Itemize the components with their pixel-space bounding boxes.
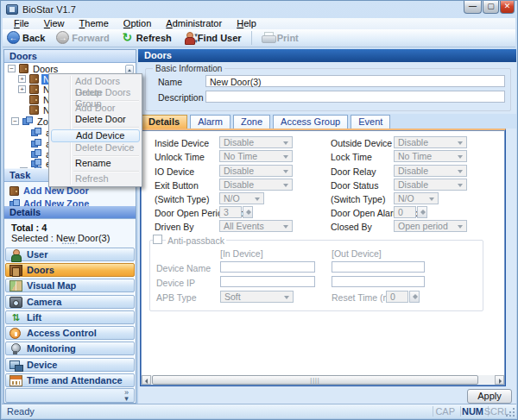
maximize-button[interactable]: ▢ — [483, 1, 499, 14]
door-icon — [29, 105, 39, 115]
device-ip-out-input[interactable] — [332, 276, 425, 287]
menu-separator — [73, 171, 139, 172]
menu-file[interactable]: File — [8, 18, 35, 29]
door-icon — [9, 186, 19, 196]
driven-by-select[interactable]: All Events — [219, 220, 293, 232]
anti-passback-group — [149, 240, 483, 311]
minimize-button[interactable]: — — [464, 1, 482, 14]
context-menu: Add Doors Group Delete Doors Group Add D… — [48, 73, 142, 187]
scroll-right-icon[interactable] — [495, 375, 504, 385]
expand-icon[interactable] — [18, 85, 26, 93]
spinner-arrows-icon[interactable] — [417, 206, 427, 218]
description-label: Description — [158, 92, 204, 103]
nav-user[interactable]: User — [5, 248, 135, 261]
toolbar-separator — [251, 31, 252, 45]
nav-device[interactable]: Device — [5, 358, 135, 372]
nav-overflow-bar[interactable]: »▾ — [5, 388, 135, 403]
menu-rename[interactable]: Rename — [51, 158, 140, 169]
expand-icon[interactable] — [18, 75, 26, 83]
close-button[interactable]: ✕ — [500, 1, 515, 14]
door-status-label: Door Status — [331, 180, 378, 191]
monitoring-icon — [9, 343, 22, 354]
details-tab-content: Inside Device Disable Unlock Time No Tim… — [140, 129, 506, 386]
device-ip-in-input[interactable] — [220, 276, 315, 287]
outside-device-label: Outside Device — [331, 138, 392, 148]
back-icon: ← — [7, 31, 20, 44]
switch-type-left-select[interactable]: N/O — [219, 192, 264, 204]
in-device-header: [In Device] — [220, 248, 263, 259]
switch-type-right-select[interactable]: N/O — [394, 192, 439, 204]
menu-administrator[interactable]: Administrator — [160, 18, 228, 29]
door-relay-select[interactable]: Disable — [394, 165, 467, 177]
door-status-select[interactable]: Disable — [394, 179, 467, 191]
inside-device-label: Inside Device — [155, 138, 209, 148]
tab-zone[interactable]: Zone — [233, 115, 270, 129]
panel-splitter[interactable]: •••••• — [4, 241, 136, 246]
device-name-in-input[interactable] — [220, 261, 315, 273]
menu-add-device[interactable]: Add Device — [51, 129, 140, 142]
toolbar-overflow-icon[interactable]: ▾▾ — [192, 32, 200, 45]
out-device-header: [Out Device] — [332, 248, 382, 259]
nav-camera[interactable]: Camera — [5, 295, 135, 309]
horizontal-scrollbar[interactable] — [142, 375, 504, 385]
chevron-overflow-icon[interactable]: »▾ — [124, 390, 129, 402]
menu-delete-door[interactable]: Delete Door — [51, 114, 140, 125]
app-window: BioStar V1.7 — ▢ ✕ File View Theme Optio… — [0, 0, 518, 420]
status-ready: Ready — [7, 406, 35, 417]
tab-alarm[interactable]: Alarm — [190, 115, 231, 129]
menu-add-door: Add Door — [51, 103, 140, 114]
scrollbar-thumb[interactable] — [152, 375, 478, 385]
closed-by-select[interactable]: Open period — [394, 220, 467, 232]
title-bar[interactable]: BioStar V1.7 — ▢ ✕ — [1, 1, 517, 18]
switch-type-left-label: (Switch Type) — [155, 194, 209, 204]
resize-grip[interactable] — [505, 407, 515, 417]
status-separator — [460, 406, 461, 417]
tab-event[interactable]: Event — [351, 115, 390, 129]
find-user-button[interactable]: Find User — [179, 29, 246, 46]
door-group-icon — [19, 64, 28, 73]
menu-bar: File View Theme Option Administrator Hel… — [3, 18, 515, 29]
inside-device-select[interactable]: Disable — [219, 136, 293, 148]
refresh-icon: ↻ — [121, 31, 134, 44]
forward-icon: → — [56, 31, 69, 44]
apb-type-select[interactable]: Soft — [220, 291, 294, 303]
menu-help[interactable]: Help — [231, 18, 262, 29]
unlock-time-select[interactable]: No Time — [219, 150, 293, 162]
status-bar: Ready CAP NUM SCRL — [2, 404, 516, 418]
outside-device-select[interactable]: Disable — [394, 136, 467, 148]
spinner-arrows-icon[interactable] — [409, 291, 420, 303]
details-header: Details — [4, 206, 136, 219]
print-icon — [262, 32, 275, 43]
tab-access-group[interactable]: Access Group — [273, 115, 348, 129]
menu-theme[interactable]: Theme — [73, 18, 115, 29]
nav-monitoring[interactable]: Monitoring — [5, 342, 135, 355]
device-name-out-input[interactable] — [332, 261, 425, 273]
nav-time-attendance[interactable]: Time and Attendance — [5, 373, 135, 387]
closed-by-label: Closed By — [331, 222, 372, 232]
nav-access-control[interactable]: Access Control — [5, 326, 135, 340]
refresh-button[interactable]: ↻ Refresh — [117, 29, 176, 46]
collapse-icon[interactable] — [11, 117, 19, 125]
menu-option[interactable]: Option — [117, 18, 157, 29]
exit-button-select[interactable]: Disable — [219, 179, 293, 191]
nav-visual-map[interactable]: Visual Map — [5, 279, 135, 292]
scroll-left-icon[interactable] — [142, 375, 151, 385]
expand-icon[interactable] — [20, 167, 28, 168]
back-button[interactable]: ← Back — [3, 29, 49, 46]
basic-information-title: Basic Information — [153, 64, 224, 73]
menu-view[interactable]: View — [38, 18, 71, 29]
description-input[interactable] — [205, 91, 505, 103]
anti-passback-checkbox[interactable] — [153, 235, 162, 244]
apply-button[interactable]: Apply — [467, 389, 512, 404]
collapse-icon[interactable] — [8, 65, 16, 72]
tab-details[interactable]: Details — [141, 115, 187, 129]
spinner-arrows-icon[interactable] — [243, 206, 253, 218]
nav-lift[interactable]: ⇅Lift — [5, 310, 135, 324]
driven-by-label: Driven By — [155, 222, 194, 232]
lock-time-select[interactable]: No Time — [394, 150, 467, 162]
io-device-label: IO Device — [155, 166, 194, 177]
nav-doors[interactable]: Doors — [5, 263, 135, 277]
name-input[interactable]: New Door(3) — [205, 75, 505, 87]
io-device-select[interactable]: Disable — [219, 165, 293, 177]
doors-icon — [9, 265, 22, 276]
